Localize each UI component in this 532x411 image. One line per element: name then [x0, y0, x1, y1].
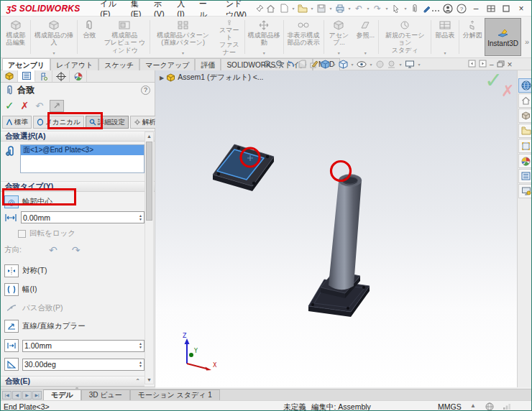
open-icon[interactable]	[296, 2, 309, 15]
ribbon-button-assembly-features[interactable]: アセンブ...▾	[324, 18, 353, 56]
ribbon-button-mate[interactable]: 合致	[78, 18, 100, 56]
collapse-chevron-icon[interactable]: ⌃	[135, 378, 140, 384]
close-icon[interactable]: ×	[514, 2, 528, 15]
view-settings-icon[interactable]	[405, 60, 415, 69]
selected-face-item[interactable]: 面<1>@End Plate<3>	[21, 145, 144, 155]
display-manager-tab[interactable]	[70, 70, 87, 82]
configuration-manager-tab[interactable]	[35, 70, 52, 82]
taskpane-tab-parts[interactable]	[518, 108, 532, 123]
doc-minimize-icon[interactable]: –	[490, 60, 494, 68]
lock-rotation-checkbox[interactable]	[18, 230, 26, 238]
zoom-fit-icon[interactable]	[263, 60, 272, 69]
distance-input[interactable]: 1.00mm▲▼	[22, 340, 145, 352]
status-units[interactable]: MMGS	[438, 402, 462, 411]
undo-icon[interactable]: ↶	[352, 2, 365, 15]
markup-icon[interactable]	[422, 2, 441, 15]
open-caret-icon[interactable]: ▾	[310, 6, 314, 11]
cancel-button[interactable]: ✗	[21, 100, 29, 111]
ribbon-button-insert-components[interactable]: 構成部品の挿入▾	[32, 18, 76, 56]
attach-icon[interactable]	[408, 2, 421, 15]
redo-icon[interactable]: ↷	[371, 2, 384, 15]
ribbon-button-bill-of-materials[interactable]: 部品表▾	[432, 18, 458, 56]
new-document-icon[interactable]	[278, 2, 290, 15]
ribbon-button-reference-geometry[interactable]: 参照...▾	[353, 18, 377, 56]
prev-tab-icon[interactable]: ◀	[12, 391, 22, 400]
print-caret-icon[interactable]: ▾	[347, 6, 352, 11]
tab-motion-study-1[interactable]: モーション スタディ 1	[130, 389, 220, 400]
pipe-part[interactable]	[308, 175, 370, 318]
ribbon-button-smart-fasteners[interactable]: スマートファスナー	[215, 18, 244, 56]
path-mate-label[interactable]: パス合致(P)	[22, 303, 63, 313]
save-caret-icon[interactable]: ▾	[329, 6, 333, 11]
spinner-arrows-icon[interactable]: ▲▼	[139, 361, 142, 368]
offset-input[interactable]: 0.00mm▲▼	[21, 211, 145, 223]
new-caret-icon[interactable]: ▾	[291, 6, 295, 11]
save-icon[interactable]	[315, 2, 328, 15]
graphics-viewport[interactable]: ▶ Assem1 (デフォルト) <...	[155, 70, 517, 387]
doc-restore-icon[interactable]	[497, 60, 505, 69]
feature-manager-tab[interactable]	[1, 70, 18, 82]
taskpane-tab-appearances[interactable]	[518, 154, 532, 168]
dimxpert-manager-tab[interactable]	[52, 70, 70, 82]
pm-scrollbar[interactable]: ▲ ▼	[145, 131, 154, 384]
next-tab-icon[interactable]: ▶	[22, 391, 32, 400]
tab-sketch[interactable]: スケッチ	[98, 58, 139, 70]
taskpane-tab-home[interactable]	[518, 93, 532, 108]
rotate-ccw-button[interactable]: ↶	[49, 244, 58, 256]
ribbon-button-instant3d[interactable]: Instant3D	[485, 18, 521, 56]
taskpane-tab-forum[interactable]	[518, 184, 532, 198]
spinner-arrows-icon[interactable]: ▲▼	[139, 214, 142, 221]
first-tab-icon[interactable]: |◀	[2, 391, 12, 400]
pm-help-icon[interactable]: ?	[141, 86, 150, 95]
scroll-up-icon[interactable]: ▲	[145, 132, 153, 140]
view-orientation-icon[interactable]	[321, 60, 330, 69]
ribbon-button-exploded-view[interactable]: 分解図	[460, 18, 485, 56]
maximize-icon[interactable]	[499, 2, 513, 15]
taskpane-tab-properties[interactable]	[518, 169, 532, 183]
last-tab-icon[interactable]: ▶|	[32, 391, 42, 400]
confirm-ok-overlay[interactable]: ✓	[485, 70, 503, 93]
select-caret-icon[interactable]: ▾	[403, 6, 408, 11]
rotate-cw-button[interactable]: ↷	[72, 244, 81, 256]
display-style-icon[interactable]	[339, 60, 348, 69]
ribbon-button-edit-component[interactable]: 構成部品編集	[2, 18, 29, 56]
scene-icon[interactable]	[387, 60, 396, 69]
spinner-arrows-icon[interactable]: ▲▼	[139, 342, 142, 349]
selection-list[interactable]: 面<1>@End Plate<3>	[20, 144, 145, 173]
zoom-area-icon[interactable]	[275, 60, 284, 69]
tab-3d-views[interactable]: 3D ビュー	[81, 389, 130, 400]
angle-input[interactable]: 30.00deg▲▼	[22, 359, 145, 371]
ok-button[interactable]: ✓	[5, 99, 14, 112]
tab-evaluate[interactable]: 評価	[195, 58, 221, 70]
ribbon-overflow-icon[interactable]: »	[525, 38, 529, 45]
hide-show-items-icon[interactable]	[357, 60, 367, 69]
tab-markup[interactable]: マークアップ	[139, 58, 195, 70]
previous-document-icon[interactable]	[468, 60, 476, 69]
standard-mates-tab[interactable]: 標準	[2, 116, 32, 129]
window-layout-icon[interactable]	[484, 2, 498, 15]
previous-view-icon[interactable]	[286, 60, 295, 69]
ribbon-button-move-component[interactable]: 構成部品移動▾	[246, 18, 283, 56]
ribbon-button-new-motion-study[interactable]: 新規のモーションスタディ	[380, 18, 430, 56]
doc-close-icon[interactable]: ×	[508, 60, 513, 70]
section-view-icon[interactable]	[298, 60, 307, 69]
tab-model[interactable]: モデル	[43, 389, 81, 400]
width-button[interactable]	[4, 283, 19, 296]
ribbon-button-component-preview-window[interactable]: 構成部品プレビュー ウィンドウ	[100, 18, 149, 56]
mates-header[interactable]: 合致(E)⌃	[1, 376, 145, 387]
mate-selections-header[interactable]: 合致選択(A)⌃	[1, 131, 155, 142]
confirm-cancel-overlay[interactable]: ✗	[501, 82, 514, 101]
annotation-view-icon[interactable]	[309, 60, 318, 69]
status-globe-icon[interactable]	[485, 402, 494, 411]
help-icon[interactable]: ?	[455, 2, 468, 15]
taskpane-tab-view-palette[interactable]	[518, 139, 532, 153]
symmetric-button[interactable]	[4, 264, 19, 277]
redo-caret-icon[interactable]: ▾	[385, 6, 389, 11]
linear-coupler-button[interactable]	[4, 320, 19, 333]
taskpane-tab-resources[interactable]	[518, 78, 532, 93]
minimize-icon[interactable]: –	[469, 2, 483, 15]
tab-assembly[interactable]: アセンブリ	[2, 58, 50, 70]
ribbon-button-show-hidden-components[interactable]: 非表示構成部品の表示	[285, 18, 323, 56]
undo-caret-icon[interactable]: ▾	[366, 6, 370, 11]
scroll-thumb[interactable]	[146, 142, 152, 221]
